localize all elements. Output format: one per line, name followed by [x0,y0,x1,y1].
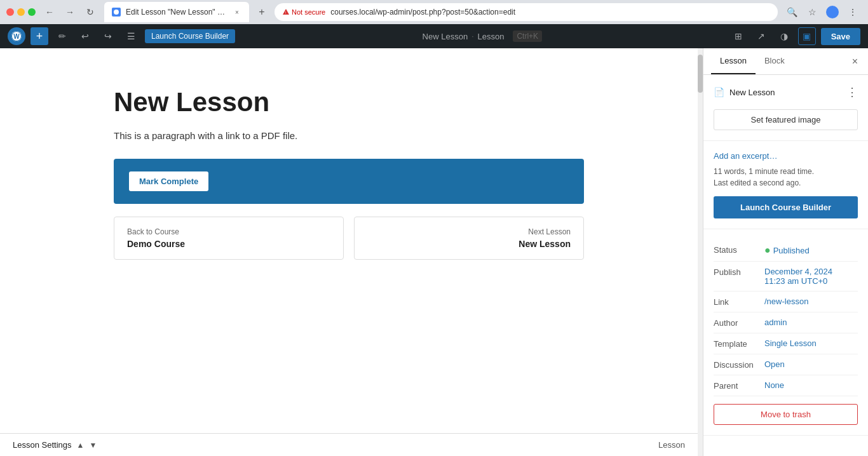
undo-button[interactable]: ↩ [76,27,94,45]
excerpt-section: Add an excerpt… 11 words, 1 minute read … [703,141,868,229]
maximize-window-btn[interactable] [28,8,36,16]
next-lesson-label: Next Lesson [367,227,571,236]
add-excerpt-link[interactable]: Add an excerpt… [714,151,777,161]
published-icon: ● [764,245,771,256]
link-value[interactable]: /new-lesson [764,297,808,306]
back-to-course-label: Back to Course [127,227,330,236]
minimize-window-btn[interactable] [17,8,25,16]
svg-point-0 [114,10,119,15]
launch-course-builder-sidebar-button[interactable]: Launch Course Builder [714,196,858,218]
sidebar-post-title-row: 📄 New Lesson ⋮ [714,85,858,99]
address-bar[interactable]: ! Not secure courses.local/wp-admin/post… [275,3,778,21]
scrollbar[interactable] [698,48,703,456]
tab-lesson[interactable]: Lesson [711,48,756,74]
breadcrumb-type: Lesson [477,32,504,41]
chevron-up-icon[interactable]: ▲ [77,441,85,450]
meta-author-row: Author admin [714,312,858,333]
lesson-settings-sub: Lesson [658,440,685,450]
back-to-course-block[interactable]: Back to Course Demo Course [114,217,344,260]
refresh-button[interactable]: ↻ [81,3,99,21]
wp-admin-bar: W + ✏ ↩ ↪ ☰ Launch Course Builder New Le… [0,24,868,48]
svg-text:W: W [13,33,20,40]
meta-publish-row: Publish December 4, 2024 11:23 am UTC+0 [714,262,858,292]
editor-area: New Lesson This is a paragraph with a li… [0,48,698,456]
mark-complete-button[interactable]: Mark Complete [129,171,208,191]
featured-image-button[interactable]: Set featured image [714,109,858,130]
browser-tab[interactable]: Edit Lesson "New Lesson" « cou × [104,2,249,22]
sidebar-post-section: 📄 New Lesson ⋮ Set featured image [703,75,868,141]
url-text: courses.local/wp-admin/post.php?post=50&… [330,8,515,17]
add-new-button[interactable]: + [31,27,48,45]
sidebar-close-button[interactable]: × [850,53,860,70]
next-lesson-name: New Lesson [367,239,571,249]
navigation-blocks: Back to Course Demo Course Next Lesson N… [114,217,584,260]
back-to-course-name: Demo Course [127,239,330,249]
editor-content: New Lesson This is a paragraph with a li… [63,48,635,317]
template-label: Template [714,339,764,349]
author-label: Author [714,318,764,328]
forward-button[interactable]: → [61,3,79,21]
tab-block[interactable]: Block [756,48,794,74]
parent-value[interactable]: None [764,380,784,390]
edit-mode-button[interactable]: ✏ [53,27,71,45]
template-value[interactable]: Single Lesson [764,339,817,348]
share-button[interactable]: ↗ [752,27,770,45]
breadcrumb: New Lesson · Lesson Ctrl+K [240,30,724,42]
mark-complete-block: Mark Complete [114,159,584,204]
tab-title: Edit Lesson "New Lesson" « cou [126,8,227,17]
status-label: Status [714,245,764,255]
warning-icon: ! [282,8,290,16]
launch-course-builder-toolbar-button[interactable]: Launch Course Builder [145,29,235,43]
meta-link-row: Link /new-lesson [714,292,858,312]
browser-chrome: ← → ↻ Edit Lesson "New Lesson" « cou × +… [0,0,868,24]
editor-wrapper: New Lesson This is a paragraph with a li… [0,48,703,456]
extensions-button[interactable]: ⋮ [844,3,862,21]
chevron-down-icon[interactable]: ▼ [89,441,97,450]
keyboard-shortcut: Ctrl+K [513,30,542,42]
profile-button[interactable] [824,3,841,21]
layout-button[interactable]: ▣ [798,27,816,45]
browser-actions: 🔍 ☆ ⋮ [783,3,862,21]
post-title-left: 📄 New Lesson [714,87,775,97]
discussion-label: Discussion [714,359,764,370]
move-to-trash-button[interactable]: Move to trash [714,404,858,425]
publish-label: Publish [714,267,764,277]
sidebar-tab-group: Lesson Block [711,48,794,74]
redo-button[interactable]: ↪ [99,27,117,45]
scrollbar-thumb[interactable] [698,55,703,93]
lesson-title[interactable]: New Lesson [114,86,584,118]
publish-value[interactable]: December 4, 2024 11:23 am UTC+0 [764,267,832,286]
post-options-button[interactable]: ⋮ [846,85,858,99]
breadcrumb-title: New Lesson [423,32,468,41]
lesson-settings-bar: Lesson Settings ▲ ▼ Lesson [0,433,698,456]
lesson-paragraph: This is a paragraph with a link to a PDF… [114,128,584,144]
close-window-btn[interactable] [6,8,14,16]
parent-label: Parent [714,380,764,391]
save-button[interactable]: Save [821,28,860,45]
tab-close-button[interactable]: × [233,8,241,17]
word-count-info: 11 words, 1 minute read time. Last edite… [714,166,858,189]
search-button[interactable]: 🔍 [783,3,801,21]
sidebar-tabs: Lesson Block × [703,48,868,75]
link-label: Link [714,297,764,307]
view-button[interactable]: ⊞ [729,27,747,45]
theme-button[interactable]: ◑ [775,27,793,45]
discussion-value[interactable]: Open [764,359,785,369]
meta-status-row: Status ● Published [714,239,858,262]
next-lesson-block[interactable]: Next Lesson New Lesson [354,217,584,260]
wp-logo[interactable]: W [8,27,25,45]
status-value[interactable]: ● Published [764,245,810,256]
author-value[interactable]: admin [764,318,787,327]
nav-buttons: ← → ↻ [41,3,99,21]
tools-button[interactable]: ☰ [122,27,140,45]
new-tab-button[interactable]: + [254,4,269,20]
main-layout: New Lesson This is a paragraph with a li… [0,48,868,456]
browser-controls [6,8,36,16]
document-icon: 📄 [714,87,724,97]
meta-parent-row: Parent None [714,375,858,396]
meta-section: Status ● Published Publish December 4, 2… [703,229,868,436]
lesson-settings-left: Lesson Settings ▲ ▼ [13,440,97,450]
back-button[interactable]: ← [41,3,58,21]
bookmark-button[interactable]: ☆ [803,3,821,21]
tab-favicon [112,8,121,17]
